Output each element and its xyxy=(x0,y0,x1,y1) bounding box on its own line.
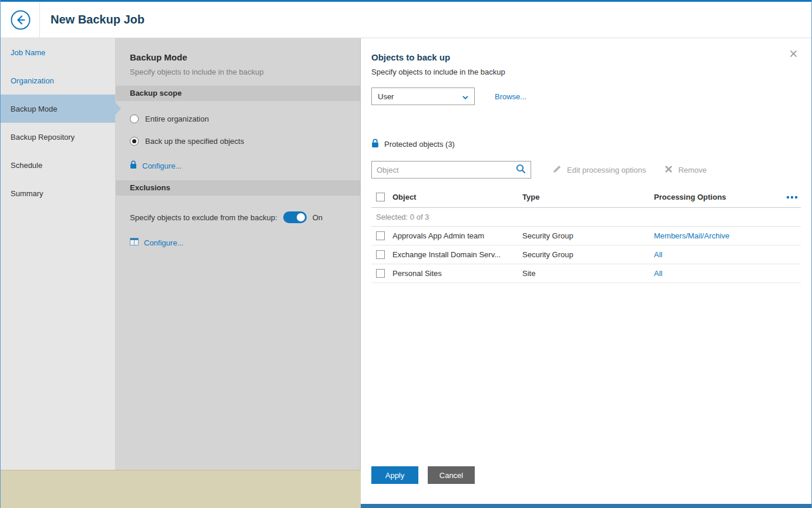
select-value: User xyxy=(378,92,394,101)
flyout-subtitle: Specify objects to include in the backup xyxy=(371,68,801,76)
processing-options-link[interactable]: All xyxy=(654,250,785,259)
wizard-footer-strip xyxy=(1,470,361,508)
remove-label: Remove xyxy=(678,166,706,174)
radio-label: Entire organization xyxy=(145,115,209,123)
pencil-icon xyxy=(552,164,562,176)
type-cell: Security Group xyxy=(522,231,654,240)
column-header-type: Type xyxy=(522,193,654,201)
toggle-state-label: On xyxy=(313,213,323,222)
back-button[interactable] xyxy=(10,9,31,31)
row-checkbox[interactable] xyxy=(376,231,385,240)
column-chooser-icon[interactable] xyxy=(787,196,797,199)
panel-title: Backup Mode xyxy=(130,52,346,62)
table-row: Exchange Install Domain Serv... Security… xyxy=(371,245,801,264)
selection-summary: Selected: 0 of 3 xyxy=(371,208,801,227)
step-label: Organization xyxy=(11,76,54,85)
table-row: Personal Sites Site All xyxy=(371,264,801,283)
processing-options-link[interactable]: All xyxy=(654,269,785,278)
radio-button-icon[interactable] xyxy=(130,115,139,123)
chevron-down-icon xyxy=(462,92,468,101)
sidebar-item-organization[interactable]: Organization xyxy=(1,66,115,95)
backup-mode-panel: Backup Mode Specify objects to include i… xyxy=(116,38,360,508)
step-label: Job Name xyxy=(11,48,45,57)
sidebar-item-backup-mode[interactable]: Backup Mode xyxy=(1,95,115,123)
close-button[interactable] xyxy=(790,50,797,58)
sidebar-item-summary[interactable]: Summary xyxy=(1,179,115,207)
object-cell: Approvals App Admin team xyxy=(392,231,522,240)
step-label: Summary xyxy=(11,189,43,198)
step-label: Schedule xyxy=(11,161,42,170)
search-icon[interactable] xyxy=(516,164,526,176)
header-divider xyxy=(39,2,40,38)
flyout-title: Objects to back up xyxy=(371,52,801,62)
protected-objects-header: Protected objects (3) xyxy=(384,140,455,149)
table-header-row: Object Type Processing Options xyxy=(371,187,801,208)
remove-button[interactable]: Remove xyxy=(665,165,706,175)
new-backup-job-window: New Backup Job Job Name Organization Bac… xyxy=(0,0,812,508)
type-cell: Site xyxy=(522,269,654,278)
sidebar-item-job-name[interactable]: Job Name xyxy=(1,38,115,66)
processing-options-link[interactable]: Members/Mail/Archive xyxy=(654,231,785,240)
page-title: New Backup Job xyxy=(51,13,145,26)
arrow-left-icon xyxy=(10,23,31,32)
step-label: Backup Mode xyxy=(11,105,58,113)
radio-label: Back up the specified objects xyxy=(145,137,244,146)
edit-processing-options-button[interactable]: Edit processing options xyxy=(552,164,646,176)
exclusions-section-header: Exclusions xyxy=(116,180,360,196)
column-header-processing-options: Processing Options xyxy=(654,193,785,201)
object-type-select[interactable]: User xyxy=(371,88,475,105)
column-header-object: Object xyxy=(392,193,522,201)
cancel-button[interactable]: Cancel xyxy=(428,466,475,484)
row-checkbox[interactable] xyxy=(376,269,385,278)
lock-icon xyxy=(130,160,137,171)
protected-objects-table: Object Type Processing Options Selected:… xyxy=(371,187,801,283)
lock-icon xyxy=(371,139,379,150)
scope-configure-link[interactable]: Configure... xyxy=(142,162,182,170)
object-cell: Exchange Install Domain Serv... xyxy=(392,250,522,259)
exclusions-toggle[interactable] xyxy=(283,211,307,223)
edit-processing-options-label: Edit processing options xyxy=(567,166,646,174)
exclusions-toggle-label: Specify objects to exclude from the back… xyxy=(130,213,277,222)
object-search-box xyxy=(371,161,531,179)
sidebar-item-backup-repository[interactable]: Backup Repository xyxy=(1,123,115,151)
browse-link[interactable]: Browse... xyxy=(495,92,526,101)
wizard-steps-sidebar: Job Name Organization Backup Mode Backup… xyxy=(1,38,116,508)
backup-scope-section-header: Backup scope xyxy=(116,86,360,101)
radio-backup-specified-objects[interactable]: Back up the specified objects xyxy=(130,137,346,146)
object-cell: Personal Sites xyxy=(392,269,522,278)
exclusions-configure-icon xyxy=(130,238,139,247)
search-input[interactable] xyxy=(372,166,516,174)
close-icon xyxy=(790,51,797,59)
remove-x-icon xyxy=(665,165,673,175)
row-checkbox[interactable] xyxy=(376,250,385,259)
type-cell: Security Group xyxy=(522,250,654,259)
select-all-checkbox[interactable] xyxy=(376,193,385,201)
sidebar-item-schedule[interactable]: Schedule xyxy=(1,151,115,179)
table-row: Approvals App Admin team Security Group … xyxy=(371,227,801,245)
apply-button[interactable]: Apply xyxy=(371,466,418,484)
radio-button-icon[interactable] xyxy=(130,137,139,146)
window-header: New Backup Job xyxy=(1,0,811,38)
step-label: Backup Repository xyxy=(11,133,75,142)
objects-to-back-up-flyout: Objects to back up Specify objects to in… xyxy=(360,38,811,508)
panel-subtitle: Specify objects to include in the backup xyxy=(130,68,346,76)
exclusions-configure-link[interactable]: Configure... xyxy=(144,238,183,247)
radio-entire-organization[interactable]: Entire organization xyxy=(130,115,346,123)
